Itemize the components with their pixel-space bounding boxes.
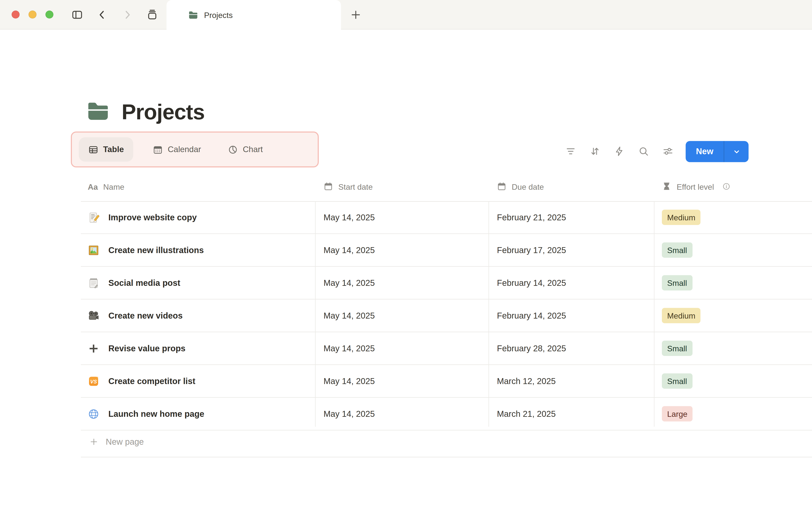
view-tab-chart[interactable]: Chart [228, 145, 263, 155]
text-property-icon: Aa [88, 182, 98, 191]
effort-badge: Medium [662, 308, 701, 324]
column-header-due-date[interactable]: Due date [497, 172, 544, 201]
cell-effort-level[interactable]: Medium [662, 201, 701, 234]
page-name: Create new illustrations [108, 245, 204, 255]
view-tab-calendar[interactable]: Calendar [153, 145, 201, 155]
page-name: Launch new home page [108, 409, 204, 418]
cell-start-date[interactable]: May 14, 2025 [323, 365, 375, 397]
pie-chart-icon [228, 145, 238, 155]
cell-due-date[interactable]: February 21, 2025 [497, 201, 566, 234]
new-button-chevron-down-icon[interactable] [724, 141, 749, 162]
cell-due-date[interactable]: February 17, 2025 [497, 234, 566, 266]
plus-icon [88, 342, 99, 354]
table-row: Create new illustrationsMay 14, 2025Febr… [81, 234, 812, 267]
vs-icon: VS [88, 375, 99, 387]
cell-effort-level[interactable]: Small [662, 332, 692, 364]
filter-icon[interactable] [565, 146, 576, 157]
table-view-icon [88, 145, 99, 155]
view-settings-icon[interactable] [662, 146, 674, 157]
tab-stack-icon[interactable] [147, 9, 158, 21]
sort-icon[interactable] [590, 146, 601, 157]
view-tab-label: Calendar [168, 145, 201, 154]
calendar-icon [323, 182, 333, 191]
forward-chevron-icon[interactable] [121, 9, 133, 21]
svg-text:VS: VS [90, 378, 97, 384]
cell-effort-level[interactable]: Small [662, 234, 692, 266]
cell-start-date[interactable]: May 14, 2025 [323, 201, 375, 234]
folder-icon [188, 10, 198, 20]
page-title[interactable]: Projects [121, 100, 205, 125]
window-tab-bar: Projects [0, 0, 812, 30]
page-name: Social media post [108, 278, 181, 287]
close-window-control[interactable] [12, 11, 20, 18]
column-header-label: Start date [338, 182, 373, 191]
page-name: Create new videos [108, 311, 183, 320]
cell-due-date[interactable]: February 14, 2025 [497, 299, 566, 332]
framed-picture-icon [88, 244, 99, 256]
effort-badge: Small [662, 374, 692, 389]
cell-start-date[interactable]: May 14, 2025 [323, 299, 375, 332]
table-body: Improve website copyMay 14, 2025February… [81, 201, 812, 431]
window-tab-projects[interactable]: Projects [167, 0, 341, 30]
cell-name[interactable]: Revise value props [88, 332, 186, 364]
search-icon[interactable] [638, 146, 649, 157]
minimize-window-control[interactable] [29, 11, 37, 18]
info-icon[interactable] [722, 182, 730, 191]
column-header-name[interactable]: AaName [88, 172, 124, 201]
effort-badge: Medium [662, 210, 701, 225]
cell-name[interactable]: Social media post [88, 267, 181, 299]
cell-effort-level[interactable]: Large [662, 398, 693, 430]
new-button-label[interactable]: New [686, 141, 724, 162]
view-toolbar [565, 146, 674, 157]
page-folder-icon[interactable] [86, 99, 110, 123]
cell-effort-level[interactable]: Medium [662, 299, 701, 332]
automations-icon[interactable] [614, 146, 625, 157]
table-row: Social media postMay 14, 2025February 14… [81, 267, 812, 299]
column-header-label: Due date [512, 182, 544, 191]
memo-icon [88, 212, 99, 223]
cell-start-date[interactable]: May 14, 2025 [323, 267, 375, 299]
cell-name[interactable]: Create new videos [88, 299, 183, 332]
view-switcher-annotation-box: TableCalendarChart [71, 131, 319, 168]
table-row: Improve website copyMay 14, 2025February… [81, 201, 812, 234]
sidebar-toggle-icon[interactable] [71, 9, 83, 21]
page-name: Improve website copy [108, 213, 197, 222]
table-row: Launch new home pageMay 14, 2025March 21… [81, 398, 812, 431]
calendar-icon [497, 182, 506, 191]
cell-name[interactable]: VSCreate competitor list [88, 365, 195, 397]
column-header-effort-level[interactable]: Effort level [662, 172, 730, 201]
cell-effort-level[interactable]: Small [662, 267, 692, 299]
cell-start-date[interactable]: May 14, 2025 [323, 398, 375, 430]
cell-name[interactable]: Create new illustrations [88, 234, 204, 266]
column-header-start-date[interactable]: Start date [323, 172, 373, 201]
column-header-label: Name [103, 182, 124, 191]
table-row: VSCreate competitor listMay 14, 2025Marc… [81, 365, 812, 398]
hourglass-icon [662, 182, 671, 191]
tab-title: Projects [204, 10, 233, 19]
new-page-label: New page [106, 437, 144, 447]
new-button[interactable]: New [686, 141, 749, 162]
cell-due-date[interactable]: March 12, 2025 [497, 365, 556, 397]
table-row: Create new videosMay 14, 2025February 14… [81, 299, 812, 332]
movie-camera-icon [88, 310, 99, 321]
effort-badge: Small [662, 275, 692, 291]
new-tab-plus-icon[interactable] [350, 9, 362, 21]
page-name: Revise value props [108, 343, 186, 353]
back-chevron-icon[interactable] [96, 9, 108, 21]
cell-effort-level[interactable]: Small [662, 365, 692, 397]
effort-badge: Small [662, 341, 692, 356]
new-page-row[interactable]: New page [81, 427, 812, 457]
view-tab-table[interactable]: Table [79, 137, 134, 162]
cell-name[interactable]: Launch new home page [88, 398, 204, 430]
window-controls [12, 11, 53, 18]
table-header: AaNameStart dateDue dateEffort level [81, 172, 812, 202]
cell-due-date[interactable]: February 14, 2025 [497, 267, 566, 299]
cell-name[interactable]: Improve website copy [88, 201, 197, 234]
cell-due-date[interactable]: March 21, 2025 [497, 398, 556, 430]
cell-due-date[interactable]: February 28, 2025 [497, 332, 566, 364]
plus-icon [90, 437, 99, 446]
cell-start-date[interactable]: May 14, 2025 [323, 234, 375, 266]
notion-window: Projects Projects TableCalendarChart New… [0, 0, 812, 507]
fullscreen-window-control[interactable] [45, 11, 53, 18]
cell-start-date[interactable]: May 14, 2025 [323, 332, 375, 364]
